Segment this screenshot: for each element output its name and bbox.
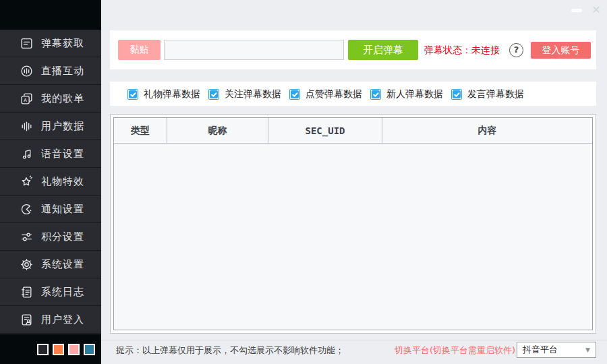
- theme-swatch-dark[interactable]: [37, 344, 49, 355]
- login-account-button[interactable]: 登入账号: [531, 42, 591, 59]
- sidebar-item-label: 弹幕获取: [41, 37, 84, 50]
- sidebar-item-danmaku-capture[interactable]: 弹幕获取: [0, 30, 101, 57]
- checkbox-checked-icon[interactable]: [451, 89, 462, 100]
- sidebar-item-label: 系统日志: [41, 286, 84, 299]
- checkbox-checked-icon[interactable]: [370, 89, 381, 100]
- sidebar-item-label: 用户数据: [41, 120, 84, 133]
- paste-button[interactable]: 黏贴: [118, 40, 161, 60]
- room-url-input[interactable]: [164, 40, 344, 60]
- sidebar-item-label: 用户登入: [41, 313, 84, 326]
- gift-effects-icon: [20, 175, 34, 189]
- danmaku-status-text: 弹幕状态：未连接: [424, 44, 500, 57]
- column-header-content: 内容: [382, 118, 592, 143]
- filter-label: 点赞弹幕数据: [306, 88, 362, 100]
- sidebar-item-gift-effects[interactable]: 礼物特效: [0, 168, 101, 195]
- system-settings-icon: [20, 257, 34, 272]
- filter-follow-danmaku[interactable]: 关注弹幕数据: [208, 88, 281, 100]
- danmaku-table-inner: 类型 昵称 SEC_UID 内容: [113, 117, 593, 330]
- column-header-sec-uid: SEC_UID: [268, 118, 382, 143]
- danmaku-list-icon: [20, 36, 34, 51]
- voice-settings-icon: [20, 147, 34, 161]
- sidebar-item-live-interaction[interactable]: 直播互动: [0, 57, 101, 85]
- theme-swatch-orange[interactable]: [53, 344, 64, 355]
- filter-label: 礼物弹幕数据: [144, 88, 200, 100]
- notification-settings-icon: [20, 202, 34, 216]
- tip-text: 提示：以上弹幕仅用于展示，不勾选展示不影响软件功能；: [116, 344, 344, 357]
- checkbox-checked-icon[interactable]: [289, 89, 300, 100]
- platform-dropdown[interactable]: 抖音平台 ▼: [517, 342, 596, 358]
- switch-platform-text: 切换平台(切换平台需重启软件): [395, 344, 515, 357]
- help-icon[interactable]: ?: [509, 43, 523, 57]
- toolbar-panel: 黏贴 开启弹幕 弹幕状态：未连接 ? 登入账号: [110, 30, 596, 69]
- filter-chat-danmaku[interactable]: 发言弹幕数据: [451, 88, 524, 100]
- user-data-icon: [20, 119, 34, 133]
- filter-like-danmaku[interactable]: 点赞弹幕数据: [289, 88, 362, 100]
- statusbar-divider: [101, 340, 607, 340]
- sidebar-item-system-settings[interactable]: 系统设置: [0, 251, 101, 278]
- table-body-empty: [114, 144, 592, 330]
- sidebar-item-system-log[interactable]: 系统日志: [0, 278, 101, 306]
- user-login-icon: [20, 313, 34, 327]
- sidebar-item-notification-settings[interactable]: 通知设置: [0, 195, 101, 223]
- sidebar-item-user-data[interactable]: 用户数据: [0, 113, 101, 140]
- sidebar-item-label: 系统设置: [41, 258, 84, 271]
- danmaku-table: 类型 昵称 SEC_UID 内容: [110, 114, 596, 334]
- table-header-row: 类型 昵称 SEC_UID 内容: [114, 118, 592, 144]
- points-settings-icon: [20, 230, 34, 244]
- theme-swatch-pink[interactable]: [68, 344, 80, 355]
- checkbox-checked-icon[interactable]: [127, 89, 138, 100]
- checkbox-checked-icon[interactable]: [208, 89, 219, 100]
- sidebar-item-label: 我的歌单: [41, 92, 84, 105]
- sidebar-item-label: 积分设置: [41, 231, 84, 243]
- theme-swatch-teal[interactable]: [84, 344, 95, 355]
- sidebar-item-user-login[interactable]: 用户登入: [0, 306, 101, 334]
- start-danmaku-button[interactable]: 开启弹幕: [348, 40, 418, 60]
- column-header-type: 类型: [114, 118, 167, 143]
- platform-dropdown-value: 抖音平台: [523, 344, 585, 356]
- filter-label: 新人弹幕数据: [386, 88, 443, 100]
- sidebar-item-voice-settings[interactable]: 语音设置: [0, 140, 101, 168]
- filters-panel: 礼物弹幕数据 关注弹幕数据 点赞弹幕数据 新人弹幕数据 发言弹幕数据: [110, 82, 596, 106]
- sidebar-item-my-playlist[interactable]: A 我的歌单: [0, 85, 101, 113]
- close-button[interactable]: ✕: [589, 3, 603, 18]
- minimize-button[interactable]: [571, 9, 582, 12]
- filter-gift-danmaku[interactable]: 礼物弹幕数据: [127, 88, 200, 100]
- sidebar-item-label: 语音设置: [41, 148, 84, 160]
- sidebar-menu: 弹幕获取 直播互动 A 我的歌单 用户数据: [0, 30, 101, 334]
- sidebar-item-points-settings[interactable]: 积分设置: [0, 223, 101, 251]
- sidebar-item-label: 通知设置: [41, 203, 84, 216]
- filter-label: 关注弹幕数据: [225, 88, 281, 100]
- sidebar-item-label: 直播互动: [41, 65, 84, 78]
- filter-newcomer-danmaku[interactable]: 新人弹幕数据: [370, 88, 443, 100]
- playlist-icon: A: [20, 92, 34, 106]
- filter-label: 发言弹幕数据: [467, 88, 524, 100]
- svg-text:A: A: [24, 98, 27, 103]
- column-header-nickname: 昵称: [167, 118, 268, 143]
- sidebar-item-label: 礼物特效: [41, 175, 84, 188]
- sidebar: 弹幕获取 直播互动 A 我的歌单 用户数据: [0, 0, 101, 364]
- chevron-down-icon: ▼: [585, 346, 590, 353]
- sidebar-header: [0, 0, 101, 30]
- app-window: ✕ 弹幕获取 直播互动 A 我的歌单: [0, 0, 607, 364]
- live-interaction-icon: [20, 64, 34, 78]
- system-log-icon: [20, 285, 34, 299]
- theme-swatch-bar: [0, 334, 101, 364]
